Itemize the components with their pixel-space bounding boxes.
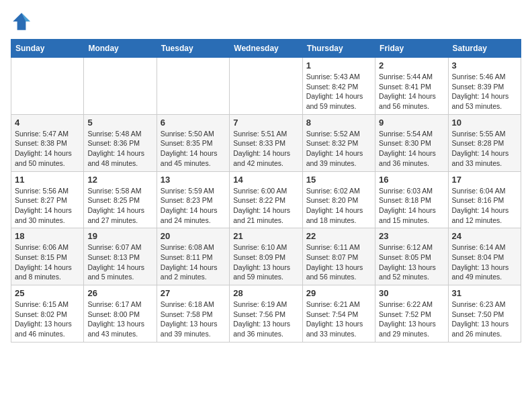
day-cell-8: 8Sunrise: 5:52 AM Sunset: 8:32 PM Daylig… — [302, 114, 375, 171]
day-number-5: 5 — [87, 118, 152, 128]
day-cell-20: 20Sunrise: 6:08 AM Sunset: 8:11 PM Dayli… — [157, 228, 229, 285]
day-info-25: Sunrise: 6:15 AM Sunset: 8:02 PM Dayligh… — [15, 300, 80, 339]
day-number-20: 20 — [161, 231, 226, 241]
week-row-5: 25Sunrise: 6:15 AM Sunset: 8:02 PM Dayli… — [11, 285, 521, 342]
day-number-16: 16 — [379, 175, 444, 185]
day-number-31: 31 — [452, 288, 517, 298]
day-cell-30: 30Sunrise: 6:22 AM Sunset: 7:52 PM Dayli… — [375, 285, 448, 342]
logo — [11, 11, 35, 32]
day-cell-19: 19Sunrise: 6:07 AM Sunset: 8:13 PM Dayli… — [84, 228, 157, 285]
day-number-27: 27 — [161, 288, 226, 298]
day-cell-3: 3Sunrise: 5:46 AM Sunset: 8:39 PM Daylig… — [448, 58, 521, 115]
day-info-15: Sunrise: 6:02 AM Sunset: 8:20 PM Dayligh… — [306, 186, 371, 226]
day-number-21: 21 — [233, 231, 298, 241]
day-number-19: 19 — [87, 231, 152, 241]
day-info-7: Sunrise: 5:51 AM Sunset: 8:33 PM Dayligh… — [233, 129, 298, 169]
day-info-27: Sunrise: 6:18 AM Sunset: 7:58 PM Dayligh… — [161, 300, 226, 339]
day-number-4: 4 — [15, 118, 80, 128]
calendar-table: SundayMondayTuesdayWednesdayThursdayFrid… — [11, 39, 521, 342]
day-cell-11: 11Sunrise: 5:56 AM Sunset: 8:27 PM Dayli… — [11, 171, 84, 228]
day-number-12: 12 — [87, 175, 152, 185]
day-number-2: 2 — [379, 60, 444, 71]
week-row-4: 18Sunrise: 6:06 AM Sunset: 8:15 PM Dayli… — [11, 228, 521, 285]
week-row-2: 4Sunrise: 5:47 AM Sunset: 8:38 PM Daylig… — [11, 114, 521, 171]
day-cell-1: 1Sunrise: 5:43 AM Sunset: 8:42 PM Daylig… — [302, 58, 375, 115]
day-number-23: 23 — [379, 231, 444, 241]
day-number-14: 14 — [233, 175, 298, 185]
day-number-17: 17 — [452, 175, 517, 185]
day-cell-25: 25Sunrise: 6:15 AM Sunset: 8:02 PM Dayli… — [11, 285, 84, 342]
day-cell-23: 23Sunrise: 6:12 AM Sunset: 8:05 PM Dayli… — [375, 228, 448, 285]
day-info-6: Sunrise: 5:50 AM Sunset: 8:35 PM Dayligh… — [161, 129, 226, 169]
day-cell-5: 5Sunrise: 5:48 AM Sunset: 8:36 PM Daylig… — [84, 114, 157, 171]
empty-cell — [230, 58, 302, 115]
day-number-6: 6 — [161, 118, 226, 128]
empty-cell — [157, 58, 229, 115]
day-info-18: Sunrise: 6:06 AM Sunset: 8:15 PM Dayligh… — [15, 242, 80, 282]
day-info-1: Sunrise: 5:43 AM Sunset: 8:42 PM Dayligh… — [306, 72, 371, 111]
empty-cell — [11, 58, 84, 115]
empty-cell — [84, 58, 157, 115]
weekday-header-friday: Friday — [375, 40, 448, 58]
weekday-header-row: SundayMondayTuesdayWednesdayThursdayFrid… — [11, 40, 521, 58]
day-cell-17: 17Sunrise: 6:04 AM Sunset: 8:16 PM Dayli… — [448, 171, 521, 228]
day-info-4: Sunrise: 5:47 AM Sunset: 8:38 PM Dayligh… — [15, 129, 80, 169]
day-number-30: 30 — [379, 288, 444, 298]
day-cell-6: 6Sunrise: 5:50 AM Sunset: 8:35 PM Daylig… — [157, 114, 229, 171]
day-cell-27: 27Sunrise: 6:18 AM Sunset: 7:58 PM Dayli… — [157, 285, 229, 342]
day-info-3: Sunrise: 5:46 AM Sunset: 8:39 PM Dayligh… — [452, 72, 517, 111]
day-info-2: Sunrise: 5:44 AM Sunset: 8:41 PM Dayligh… — [379, 72, 444, 111]
day-number-1: 1 — [306, 60, 371, 71]
weekday-header-thursday: Thursday — [302, 40, 375, 58]
week-row-3: 11Sunrise: 5:56 AM Sunset: 8:27 PM Dayli… — [11, 171, 521, 228]
day-info-14: Sunrise: 6:00 AM Sunset: 8:22 PM Dayligh… — [233, 186, 298, 226]
day-number-13: 13 — [161, 175, 226, 185]
day-info-30: Sunrise: 6:22 AM Sunset: 7:52 PM Dayligh… — [379, 300, 444, 339]
day-number-29: 29 — [306, 288, 371, 298]
day-number-8: 8 — [306, 118, 371, 128]
day-cell-31: 31Sunrise: 6:23 AM Sunset: 7:50 PM Dayli… — [448, 285, 521, 342]
weekday-header-tuesday: Tuesday — [157, 40, 229, 58]
page-header — [11, 11, 521, 32]
day-cell-15: 15Sunrise: 6:02 AM Sunset: 8:20 PM Dayli… — [302, 171, 375, 228]
day-info-12: Sunrise: 5:58 AM Sunset: 8:25 PM Dayligh… — [87, 186, 152, 226]
day-info-21: Sunrise: 6:10 AM Sunset: 8:09 PM Dayligh… — [233, 242, 298, 282]
day-info-28: Sunrise: 6:19 AM Sunset: 7:56 PM Dayligh… — [233, 300, 298, 339]
day-number-10: 10 — [452, 118, 517, 128]
day-cell-29: 29Sunrise: 6:21 AM Sunset: 7:54 PM Dayli… — [302, 285, 375, 342]
day-number-24: 24 — [452, 231, 517, 241]
day-cell-2: 2Sunrise: 5:44 AM Sunset: 8:41 PM Daylig… — [375, 58, 448, 115]
day-info-24: Sunrise: 6:14 AM Sunset: 8:04 PM Dayligh… — [452, 242, 517, 282]
day-info-13: Sunrise: 5:59 AM Sunset: 8:23 PM Dayligh… — [161, 186, 226, 226]
day-cell-28: 28Sunrise: 6:19 AM Sunset: 7:56 PM Dayli… — [230, 285, 302, 342]
day-number-22: 22 — [306, 231, 371, 241]
day-number-26: 26 — [87, 288, 152, 298]
day-cell-13: 13Sunrise: 5:59 AM Sunset: 8:23 PM Dayli… — [157, 171, 229, 228]
day-cell-24: 24Sunrise: 6:14 AM Sunset: 8:04 PM Dayli… — [448, 228, 521, 285]
day-number-9: 9 — [379, 118, 444, 128]
weekday-header-wednesday: Wednesday — [230, 40, 302, 58]
day-info-22: Sunrise: 6:11 AM Sunset: 8:07 PM Dayligh… — [306, 242, 371, 282]
day-info-26: Sunrise: 6:17 AM Sunset: 8:00 PM Dayligh… — [87, 300, 152, 339]
day-cell-14: 14Sunrise: 6:00 AM Sunset: 8:22 PM Dayli… — [230, 171, 302, 228]
day-info-9: Sunrise: 5:54 AM Sunset: 8:30 PM Dayligh… — [379, 129, 444, 169]
day-number-25: 25 — [15, 288, 80, 298]
weekday-header-monday: Monday — [84, 40, 157, 58]
day-cell-26: 26Sunrise: 6:17 AM Sunset: 8:00 PM Dayli… — [84, 285, 157, 342]
day-info-29: Sunrise: 6:21 AM Sunset: 7:54 PM Dayligh… — [306, 300, 371, 339]
day-info-16: Sunrise: 6:03 AM Sunset: 8:18 PM Dayligh… — [379, 186, 444, 226]
day-info-31: Sunrise: 6:23 AM Sunset: 7:50 PM Dayligh… — [452, 300, 517, 339]
day-number-18: 18 — [15, 231, 80, 241]
logo-icon — [11, 11, 32, 32]
day-number-28: 28 — [233, 288, 298, 298]
day-number-11: 11 — [15, 175, 80, 185]
day-info-20: Sunrise: 6:08 AM Sunset: 8:11 PM Dayligh… — [161, 242, 226, 282]
day-cell-10: 10Sunrise: 5:55 AM Sunset: 8:28 PM Dayli… — [448, 114, 521, 171]
day-info-17: Sunrise: 6:04 AM Sunset: 8:16 PM Dayligh… — [452, 186, 517, 226]
day-number-15: 15 — [306, 175, 371, 185]
day-cell-7: 7Sunrise: 5:51 AM Sunset: 8:33 PM Daylig… — [230, 114, 302, 171]
day-cell-16: 16Sunrise: 6:03 AM Sunset: 8:18 PM Dayli… — [375, 171, 448, 228]
day-info-5: Sunrise: 5:48 AM Sunset: 8:36 PM Dayligh… — [87, 129, 152, 169]
day-cell-21: 21Sunrise: 6:10 AM Sunset: 8:09 PM Dayli… — [230, 228, 302, 285]
day-info-23: Sunrise: 6:12 AM Sunset: 8:05 PM Dayligh… — [379, 242, 444, 282]
